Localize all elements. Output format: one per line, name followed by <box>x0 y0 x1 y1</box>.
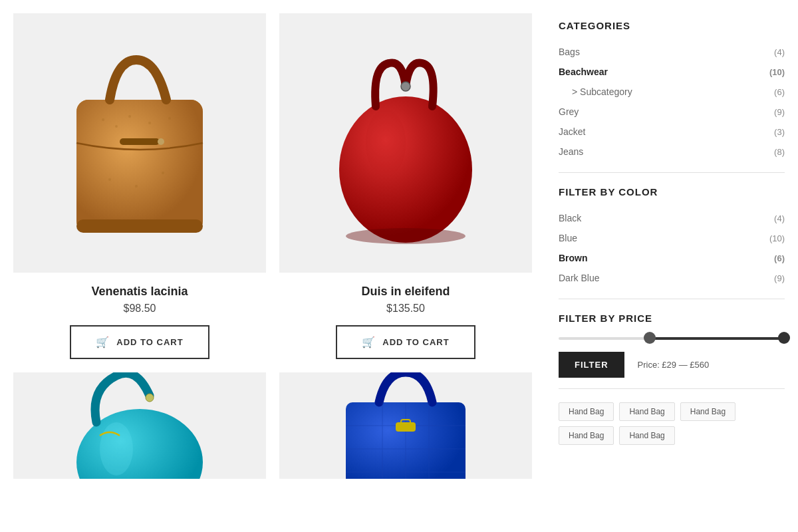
svg-point-8 <box>148 122 151 124</box>
tag-item[interactable]: Hand Bag <box>619 402 674 421</box>
tag-item[interactable]: Hand Bag <box>559 426 614 445</box>
color-label: Dark Blue <box>559 273 599 283</box>
category-label: Jeans <box>559 146 583 157</box>
svg-point-15 <box>366 110 406 176</box>
color-label: Black <box>559 213 581 223</box>
svg-point-19 <box>100 422 133 475</box>
product-card: Duis in eleifend $135.50 🛒 ADD To CART <box>279 13 532 359</box>
svg-point-11 <box>108 178 111 181</box>
color-count: (9) <box>774 273 785 283</box>
slider-thumb-left[interactable] <box>644 332 656 344</box>
bag-image-red <box>329 40 482 246</box>
color-item[interactable]: Brown (6) <box>559 248 785 268</box>
filter-price-title: FILTER BY PRICE <box>559 313 785 324</box>
svg-point-16 <box>346 228 466 244</box>
cart-icon: 🛒 <box>96 336 110 348</box>
color-count: (10) <box>769 233 785 243</box>
divider <box>559 299 785 299</box>
add-to-cart-button[interactable]: 🛒 ADD TO CART <box>70 325 209 359</box>
bag-image-tan <box>63 40 216 246</box>
svg-point-9 <box>168 117 171 120</box>
filter-button[interactable]: FILTER <box>559 352 624 378</box>
bag-image-blue <box>329 372 482 479</box>
category-label: Bags <box>559 47 580 57</box>
svg-point-13 <box>339 96 472 243</box>
add-to-cart-label: ADD To CART <box>382 337 449 347</box>
category-item[interactable]: Jeans (8) <box>559 142 785 162</box>
product-image-wrapper <box>13 13 266 273</box>
category-item[interactable]: Bags (4) <box>559 42 785 62</box>
color-count: (4) <box>774 213 785 223</box>
svg-point-12 <box>135 185 138 188</box>
product-price: $135.50 <box>386 303 425 315</box>
category-label: Grey <box>559 106 579 117</box>
product-title: Venenatis lacinia <box>91 285 188 299</box>
price-slider-wrapper <box>559 337 785 340</box>
svg-rect-27 <box>396 422 416 432</box>
cart-icon: 🛒 <box>362 336 376 348</box>
category-count: (6) <box>774 87 785 97</box>
add-to-cart-button[interactable]: 🛒 ADD To CART <box>336 325 475 359</box>
tag-item[interactable]: Hand Bag <box>559 402 614 421</box>
svg-point-5 <box>102 118 104 121</box>
svg-rect-1 <box>76 100 203 233</box>
svg-rect-2 <box>120 138 160 145</box>
categories-title: CATEGORIES <box>559 20 785 31</box>
color-item[interactable]: Dark Blue (9) <box>559 268 785 288</box>
category-list: Bags (4) Beachwear (10) > Subcategory (6… <box>559 42 785 162</box>
svg-point-6 <box>115 125 118 128</box>
product-image-wrapper <box>279 372 532 479</box>
slider-thumb-right[interactable] <box>778 332 790 344</box>
product-card <box>13 372 266 479</box>
category-item[interactable]: Grey (9) <box>559 102 785 122</box>
color-label: Blue <box>559 233 577 243</box>
product-card: Venenatis lacinia $98.50 🛒 ADD TO CART <box>13 13 266 359</box>
category-item[interactable]: Jacket (3) <box>559 122 785 142</box>
product-title: Duis in eleifend <box>361 285 450 299</box>
category-count: (3) <box>774 127 785 137</box>
product-card <box>279 372 532 479</box>
svg-point-7 <box>128 115 131 118</box>
color-item[interactable]: Black (4) <box>559 208 785 228</box>
add-to-cart-label: ADD TO CART <box>116 337 183 347</box>
color-item[interactable]: Blue (10) <box>559 228 785 248</box>
svg-rect-4 <box>76 219 203 233</box>
tags-wrapper: Hand Bag Hand Bag Hand Bag Hand Bag Hand… <box>559 402 785 445</box>
tag-item[interactable]: Hand Bag <box>619 426 674 445</box>
category-item[interactable]: Beachwear (10) <box>559 62 785 82</box>
price-filter-row: FILTER Price: £29 — £560 <box>559 352 785 378</box>
category-count: (10) <box>769 67 785 77</box>
product-image-wrapper <box>13 372 266 479</box>
bag-image-cyan <box>63 372 216 479</box>
product-price: $98.50 <box>124 303 156 315</box>
svg-point-18 <box>146 394 154 402</box>
tag-item[interactable]: Hand Bag <box>680 402 735 421</box>
color-label: Brown <box>559 253 588 263</box>
color-count: (6) <box>774 253 785 263</box>
category-label: Jacket <box>559 126 585 137</box>
svg-point-10 <box>162 172 164 174</box>
products-grid: Venenatis lacinia $98.50 🛒 ADD TO CART <box>13 13 532 479</box>
category-label: > Subcategory <box>572 86 632 97</box>
filter-color-title: FILTER BY COLOR <box>559 186 785 198</box>
color-list: Black (4) Blue (10) Brown (6) Dark Blue … <box>559 208 785 288</box>
category-count: (4) <box>774 47 785 57</box>
category-count: (8) <box>774 147 785 157</box>
slider-fill <box>649 337 785 340</box>
svg-point-3 <box>158 138 164 145</box>
sidebar: CATEGORIES Bags (4) Beachwear (10) > Sub… <box>559 13 785 479</box>
divider <box>559 172 785 173</box>
slider-track <box>559 337 785 340</box>
divider <box>559 388 785 389</box>
price-range-text: Price: £29 — £560 <box>638 360 710 370</box>
category-count: (9) <box>774 107 785 117</box>
svg-point-14 <box>401 82 410 91</box>
product-image-wrapper <box>279 13 532 273</box>
category-label: Beachwear <box>559 66 608 77</box>
category-item-subcategory[interactable]: > Subcategory (6) <box>559 82 785 102</box>
